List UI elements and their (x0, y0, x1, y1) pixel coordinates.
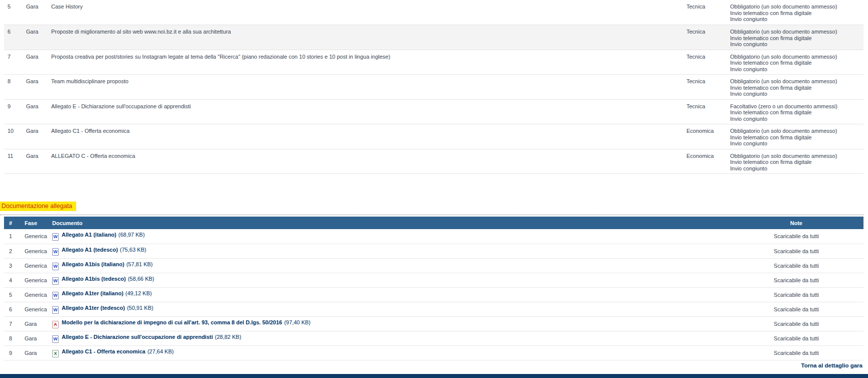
fase-label: Gara (23, 99, 48, 124)
word-file-icon[interactable]: W (52, 233, 59, 241)
attachment-document-cell: WAllegato A1bis (italiano)(57,81 KB) (52, 258, 729, 273)
tipologia-label: Tecnica (683, 99, 727, 124)
note-lines: Obbligatorio (un solo documento ammesso)… (727, 25, 863, 50)
attachment-row: 1 Generica WAllegato A1 (italiano)(68,97… (4, 229, 863, 244)
word-file-icon[interactable]: W (52, 277, 59, 285)
attachment-name[interactable]: Allegato A1bis (italiano) (62, 261, 124, 267)
file-size: (68,97 KB) (118, 232, 145, 238)
attachment-download-link[interactable]: AModello per la dichiarazione di impegno… (52, 319, 282, 325)
pdf-file-icon[interactable]: A (52, 321, 59, 328)
required-document-row: 5 Gara Case History Tecnica Obbligatorio… (4, 0, 863, 25)
attachment-row: 4 Generica WAllegato A1bis (tedesco)(58,… (4, 273, 863, 287)
document-title: Proposte di miglioramento al sito web ww… (48, 25, 683, 50)
col-header-number: # (4, 217, 24, 229)
section-divider (0, 215, 863, 215)
fase-label: Generica (24, 258, 52, 273)
download-permission-note: Scaricabile da tutti (729, 273, 863, 287)
document-title: Case History (48, 0, 683, 25)
file-size: (49,12 KB) (125, 290, 152, 296)
attachment-name[interactable]: Allegato C1 - Offerta economica (62, 348, 145, 354)
file-size: (57,81 KB) (126, 261, 153, 267)
word-file-icon[interactable]: W (52, 335, 59, 343)
attachment-document-cell: WAllegato A1ter (tedesco)(50,91 KB) (52, 302, 729, 316)
attachment-download-link[interactable]: WAllegato A1 (tedesco) (52, 247, 118, 253)
row-number: 6 (4, 302, 24, 316)
row-number: 2 (4, 244, 24, 258)
required-document-row: 8 Gara Team multidisciplinare proposto T… (4, 75, 863, 100)
attachment-name[interactable]: Allegato E - Dichiarazione sull'occupazi… (62, 334, 213, 340)
attachment-name[interactable]: Modello per la dichiarazione di impegno … (62, 319, 282, 325)
attachment-name[interactable]: Allegato A1bis (tedesco) (62, 276, 126, 282)
back-to-tender-detail-link[interactable]: Torna al dettaglio gara (801, 362, 862, 368)
document-title: Team multidisciplinare proposto (48, 75, 683, 100)
tipologia-label: Economica (683, 124, 727, 149)
file-size: (50,91 KB) (127, 305, 153, 311)
file-size: (75,63 KB) (120, 247, 146, 253)
attachment-download-link[interactable]: WAllegato E - Dichiarazione sull'occupaz… (52, 334, 213, 340)
note-lines: Obbligatorio (un solo documento ammesso)… (727, 0, 863, 25)
attachment-document-cell: WAllegato E - Dichiarazione sull'occupaz… (52, 331, 729, 345)
row-number: 6 (4, 25, 23, 50)
word-file-icon[interactable]: W (52, 292, 59, 299)
attachment-download-link[interactable]: WAllegato A1 (italiano) (52, 232, 116, 238)
row-number: 9 (4, 345, 24, 360)
file-size: (97,40 KB) (284, 319, 311, 325)
tipologia-label: Tecnica (683, 25, 727, 50)
fase-label: Generica (24, 287, 52, 302)
fase-label: Generica (24, 302, 52, 316)
attachment-name[interactable]: Allegato A1ter (italiano) (62, 290, 123, 296)
word-file-icon[interactable]: W (52, 306, 59, 314)
required-document-row: 10 Gara Allegato C1 - Offerta economica … (4, 124, 863, 149)
fase-label: Gara (23, 0, 48, 25)
row-number: 9 (4, 99, 23, 124)
excel-file-icon[interactable]: X (52, 350, 59, 357)
tipologia-label: Tecnica (683, 75, 727, 100)
required-document-row: 9 Gara Allegato E - Dichiarazione sull'o… (4, 99, 863, 124)
attachment-document-cell: WAllegato A1ter (italiano)(49,12 KB) (52, 287, 729, 302)
attachment-row: 6 Generica WAllegato A1ter (tedesco)(50,… (4, 302, 863, 316)
attachment-row: 5 Generica WAllegato A1ter (italiano)(49… (4, 287, 863, 302)
section-title-documentazione-allegata: Documentazione allegata (0, 202, 76, 211)
row-number: 7 (4, 316, 24, 331)
note-lines: Obbligatorio (un solo documento ammesso)… (727, 149, 863, 174)
word-file-icon[interactable]: W (52, 248, 59, 256)
attachment-download-link[interactable]: WAllegato A1bis (tedesco) (52, 276, 126, 282)
attachment-download-link[interactable]: XAllegato C1 - Offerta economica (52, 348, 145, 354)
fase-label: Generica (24, 229, 52, 244)
col-header-note: Note (729, 217, 863, 229)
row-number: 4 (4, 273, 24, 287)
attachment-row: 8 Gara WAllegato E - Dichiarazione sull'… (4, 331, 863, 345)
attachment-download-link[interactable]: WAllegato A1ter (italiano) (52, 290, 123, 296)
fase-label: Gara (23, 75, 48, 100)
attachment-name[interactable]: Allegato A1 (italiano) (62, 232, 116, 238)
download-permission-note: Scaricabile da tutti (729, 316, 863, 331)
word-file-icon[interactable]: W (52, 263, 59, 270)
col-header-documento: Documento (52, 217, 729, 229)
attachment-download-link[interactable]: WAllegato A1ter (tedesco) (52, 305, 125, 311)
attachment-name[interactable]: Allegato A1ter (tedesco) (62, 305, 125, 311)
tipologia-label: Tecnica (683, 50, 727, 75)
attachment-row: 9 Gara XAllegato C1 - Offerta economica(… (4, 345, 863, 360)
fase-label: Gara (23, 149, 48, 174)
fase-label: Gara (24, 345, 52, 360)
attachment-document-cell: WAllegato A1 (tedesco)(75,63 KB) (52, 244, 729, 258)
download-permission-note: Scaricabile da tutti (729, 287, 863, 302)
required-document-row: 7 Gara Proposta creativa per post/storie… (4, 50, 863, 75)
attachment-download-link[interactable]: WAllegato A1bis (italiano) (52, 261, 124, 267)
row-number: 8 (4, 75, 23, 100)
row-number: 5 (4, 287, 24, 302)
row-number: 3 (4, 258, 24, 273)
attachments-table-header: # Fase Documento Note (4, 217, 863, 229)
document-title: ALLEGATO C - Offerta economica (48, 149, 683, 174)
note-lines: Obbligatorio (un solo documento ammesso)… (727, 124, 863, 149)
download-permission-note: Scaricabile da tutti (729, 258, 863, 273)
file-size: (28,82 KB) (215, 334, 242, 340)
attachment-row: 2 Generica WAllegato A1 (tedesco)(75,63 … (4, 244, 863, 258)
note-lines: Facoltativo (zero o un documento ammessi… (727, 99, 863, 124)
attachment-document-cell: AModello per la dichiarazione di impegno… (52, 316, 729, 331)
row-number: 10 (4, 124, 23, 149)
download-permission-note: Scaricabile da tutti (729, 345, 863, 360)
download-permission-note: Scaricabile da tutti (729, 244, 863, 258)
fase-label: Generica (24, 244, 52, 258)
attachment-name[interactable]: Allegato A1 (tedesco) (62, 247, 118, 253)
